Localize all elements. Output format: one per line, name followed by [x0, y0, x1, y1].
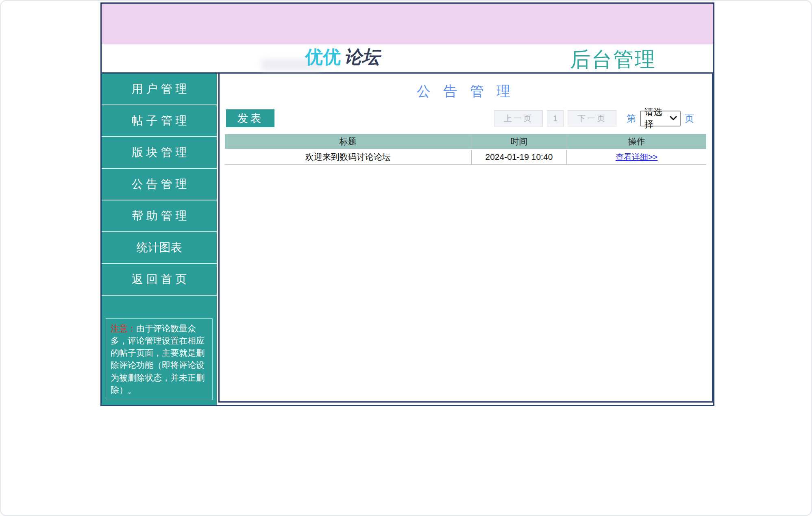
- column-header-time: 时间: [471, 134, 566, 149]
- notice-box: 注意：由于评论数量众多，评论管理设置在相应的帖子页面，主要就是删除评论功能（即将…: [106, 318, 213, 400]
- table-row: 欢迎来到数码讨论论坛 2024-01-19 10:40 查看详细>>: [225, 149, 706, 164]
- sidebar-item-announcement-management[interactable]: 公 告 管 理: [102, 169, 217, 200]
- sidebar-item-help-management[interactable]: 帮 助 管 理: [102, 200, 217, 232]
- view-detail-link[interactable]: 查看详细>>: [616, 152, 657, 161]
- admin-panel-title: 后台管理: [570, 46, 656, 73]
- logo-text-primary: 优优: [305, 47, 341, 67]
- page-title: 公 告 管 理: [220, 82, 712, 101]
- publish-button[interactable]: 发表: [226, 109, 274, 127]
- column-header-operation: 操作: [567, 134, 706, 149]
- table-header-row: 标题 时间 操作: [225, 134, 706, 149]
- announcement-time-cell: 2024-01-19 10:40: [471, 149, 566, 164]
- page-jump: 第 请选择 页: [627, 111, 694, 126]
- main-content: 公 告 管 理 发表 上一页 1 下一页 第 请选择 页: [218, 74, 713, 403]
- announcement-title-cell: 欢迎来到数码讨论论坛: [225, 149, 471, 164]
- pagination: 上一页 1 下一页 第 请选择 页: [494, 110, 694, 126]
- next-page-button[interactable]: 下一页: [568, 110, 616, 126]
- page-select-value: 请选择: [644, 106, 670, 131]
- top-banner: [102, 4, 713, 44]
- sidebar-item-post-management[interactable]: 帖 子 管 理: [102, 105, 217, 137]
- logo-text-secondary: 论坛: [344, 47, 380, 67]
- current-page-button[interactable]: 1: [547, 110, 564, 126]
- announcement-action-cell: 查看详细>>: [567, 149, 706, 164]
- page-container: 优优论坛 后台管理 用 户 管 理 帖 子 管 理 版 块 管 理 公 告 管 …: [100, 2, 714, 406]
- toolbar: 发表 上一页 1 下一页 第 请选择 页: [226, 109, 694, 127]
- body-row: 用 户 管 理 帖 子 管 理 版 块 管 理 公 告 管 理 帮 助 管 理 …: [102, 74, 713, 405]
- sidebar-item-statistics-charts[interactable]: 统计图表: [102, 232, 217, 264]
- sidebar-item-board-management[interactable]: 版 块 管 理: [102, 137, 217, 169]
- screen: 优优论坛 后台管理 用 户 管 理 帖 子 管 理 版 块 管 理 公 告 管 …: [0, 0, 812, 516]
- jump-prefix-label: 第: [627, 112, 636, 125]
- sidebar: 用 户 管 理 帖 子 管 理 版 块 管 理 公 告 管 理 帮 助 管 理 …: [102, 74, 217, 405]
- sidebar-item-user-management[interactable]: 用 户 管 理: [102, 74, 217, 105]
- jump-suffix-label: 页: [685, 112, 694, 125]
- announcement-table: 标题 时间 操作 欢迎来到数码讨论论坛 2024-01-19 10:40 查看详…: [225, 134, 706, 165]
- chevron-down-icon: [670, 116, 677, 121]
- column-header-title: 标题: [225, 134, 471, 149]
- sidebar-item-return-home[interactable]: 返 回 首 页: [102, 264, 217, 296]
- sidebar-spacer: [102, 296, 217, 318]
- prev-page-button[interactable]: 上一页: [494, 110, 543, 126]
- site-logo: 优优论坛: [305, 45, 380, 69]
- page-select[interactable]: 请选择: [640, 111, 681, 126]
- notice-label: 注意：: [111, 324, 136, 333]
- site-header: 优优论坛 后台管理: [102, 44, 713, 74]
- notice-text: 由于评论数量众多，评论管理设置在相应的帖子页面，主要就是删除评论功能（即将评论设…: [111, 324, 205, 394]
